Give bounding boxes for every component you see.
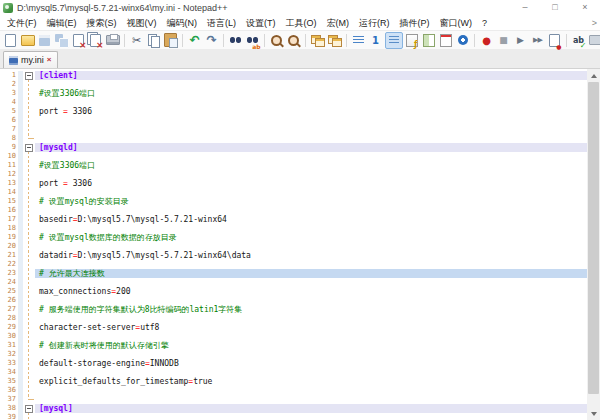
editor-line[interactable]: 29character-set-server=utf8	[0, 323, 587, 332]
save-file-icon[interactable]	[37, 33, 53, 48]
editor-line[interactable]: 25max_connections=200	[0, 287, 587, 296]
editor-line[interactable]: 24	[0, 278, 587, 287]
menu-overflow-chevron-icon[interactable]: >	[592, 18, 597, 28]
zoom-in-icon[interactable]	[269, 33, 285, 48]
editor-line[interactable]: 32	[0, 350, 587, 359]
editor-line[interactable]: 14	[0, 188, 587, 197]
play-macro-icon[interactable]	[513, 33, 529, 48]
editor-line[interactable]: 30	[0, 332, 587, 341]
editor-line[interactable]: 22	[0, 260, 587, 269]
word-wrap-icon[interactable]	[351, 33, 367, 48]
run-macro-multiple-icon[interactable]	[530, 33, 546, 48]
minimize-button[interactable]: –	[510, 0, 540, 15]
editor-line[interactable]: 3#设置3306端口	[0, 89, 587, 98]
editor-line[interactable]: 9[mysqld]	[0, 143, 587, 152]
sync-horizontal-scroll-icon[interactable]	[327, 33, 343, 48]
paste-icon[interactable]	[163, 33, 179, 48]
menu-item-n[interactable]: 编码(N)	[162, 16, 203, 30]
sync-vertical-scroll-icon[interactable]	[310, 33, 326, 48]
editor-line[interactable]: 10	[0, 152, 587, 161]
document-map-icon[interactable]	[421, 33, 437, 48]
new-file-icon[interactable]	[3, 33, 19, 48]
document-list-icon[interactable]	[438, 33, 454, 48]
close-file-icon[interactable]	[71, 33, 87, 48]
editor-line[interactable]: 18	[0, 224, 587, 233]
editor-line[interactable]: 23# 允许最大连接数	[0, 269, 587, 278]
menu-item-p[interactable]: 插件(P)	[395, 16, 435, 30]
menu-item-t[interactable]: 设置(T)	[241, 16, 281, 30]
editor-line[interactable]: 28	[0, 314, 587, 323]
replace-icon[interactable]	[245, 33, 261, 48]
editor-line[interactable]: 34	[0, 368, 587, 377]
fold-collapse-icon[interactable]	[23, 404, 35, 413]
editor-line[interactable]: 15# 设置mysql的安装目录	[0, 197, 587, 206]
editor-line[interactable]: 17basedir=D:\mysql5.7\mysql-5.7.21-winx6…	[0, 215, 587, 224]
save-macro-icon[interactable]	[547, 33, 563, 48]
editor-line[interactable]: 1[client]	[0, 71, 587, 80]
maximize-button[interactable]: □	[540, 0, 570, 15]
menu-item-s[interactable]: 搜索(S)	[82, 16, 122, 30]
editor-line[interactable]: 21datadir=D:\mysql5.7\mysql-5.7.21-winx6…	[0, 251, 587, 260]
editor-line[interactable]: 38[mysql]	[0, 404, 587, 413]
indent-guide-icon[interactable]	[385, 32, 403, 49]
editor-line[interactable]: 6	[0, 116, 587, 125]
editor-line[interactable]: 33default-storage-engine=INNODB	[0, 359, 587, 368]
function-list-icon[interactable]	[404, 33, 420, 48]
print-icon[interactable]	[105, 33, 121, 48]
editor-line[interactable]: 4	[0, 98, 587, 107]
monitoring-icon[interactable]	[455, 33, 471, 48]
view-1-icon[interactable]	[368, 33, 384, 48]
cut-icon[interactable]	[129, 33, 145, 48]
fold-collapse-icon[interactable]	[23, 71, 35, 80]
editor-line[interactable]: 26	[0, 296, 587, 305]
copy-icon[interactable]	[146, 33, 162, 48]
menu-item-m[interactable]: 宏(M)	[322, 16, 355, 30]
editor-line[interactable]: 27# 服务端使用的字符集默认为8比特编码的latin1字符集	[0, 305, 587, 314]
menu-item-r[interactable]: 运行(R)	[354, 16, 395, 30]
save-all-icon[interactable]	[54, 33, 70, 48]
close-all-icon[interactable]	[88, 33, 104, 48]
stop-macro-icon[interactable]	[496, 33, 512, 48]
editor-line[interactable]: 8	[0, 134, 587, 143]
editor-line[interactable]: 13port = 3306	[0, 179, 587, 188]
tab-close-icon[interactable]: ×	[47, 56, 52, 64]
editor-line[interactable]: 12	[0, 170, 587, 179]
redo-icon[interactable]	[204, 33, 220, 48]
close-button[interactable]: ×	[570, 0, 600, 15]
record-macro-icon[interactable]	[479, 33, 495, 48]
editor-line[interactable]: 36	[0, 386, 587, 395]
zoom-out-icon[interactable]	[286, 33, 302, 48]
open-file-icon[interactable]	[20, 33, 36, 48]
menu-item-v[interactable]: 视图(V)	[122, 16, 162, 30]
editor-line[interactable]: 35explicit_defaults_for_timestamp=true	[0, 377, 587, 386]
spell-check-icon[interactable]	[571, 33, 587, 48]
scrollbar-thumb[interactable]	[588, 82, 599, 394]
editor-line[interactable]: 31# 创建新表时将使用的默认存储引擎	[0, 341, 587, 350]
editor-line[interactable]: 11#设置3306端口	[0, 161, 587, 170]
menu-item-o[interactable]: 工具(O)	[281, 16, 322, 30]
plugin-icon[interactable]	[588, 33, 600, 48]
fold-collapse-icon[interactable]	[23, 143, 35, 152]
undo-icon[interactable]	[187, 33, 203, 48]
editor-line[interactable]: 16	[0, 206, 587, 215]
menu-item-l[interactable]: 语言(L)	[202, 16, 241, 30]
scroll-up-icon[interactable]	[587, 69, 600, 82]
editor-line[interactable]: 5port = 3306	[0, 107, 587, 116]
editor-line[interactable]: 2	[0, 80, 587, 89]
tab-my-ini[interactable]: my.ini ×	[3, 51, 58, 68]
scroll-down-icon[interactable]	[587, 407, 600, 420]
editor-line[interactable]: 37	[0, 395, 587, 404]
toolbar-separator	[305, 34, 306, 47]
menu-item-help[interactable]: ?	[477, 16, 492, 30]
editor-line[interactable]: 39	[0, 413, 587, 420]
fold-guide	[23, 224, 35, 233]
editor-line[interactable]: 20	[0, 242, 587, 251]
vertical-scrollbar[interactable]	[587, 69, 600, 420]
menu-item-e[interactable]: 编辑(E)	[42, 16, 82, 30]
editor-line[interactable]: 19# 设置mysql数据库的数据的存放目录	[0, 233, 587, 242]
menu-item-f[interactable]: 文件(F)	[2, 16, 42, 30]
find-icon[interactable]	[228, 33, 244, 48]
menu-item-w[interactable]: 窗口(W)	[435, 16, 478, 30]
editor-line[interactable]: 7	[0, 125, 587, 134]
editor[interactable]: 1[client]23#设置3306端口45port = 33066789[my…	[0, 69, 600, 420]
